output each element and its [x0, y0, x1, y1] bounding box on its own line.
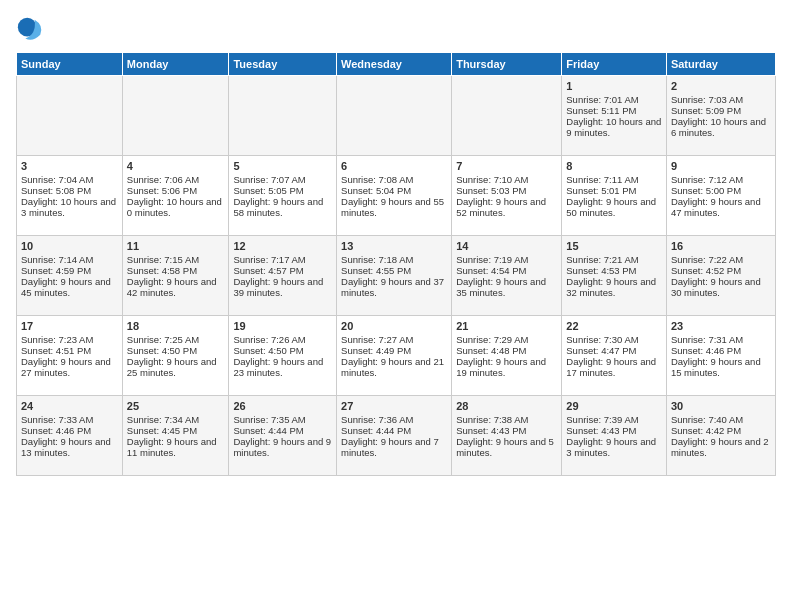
day-info: Daylight: 9 hours and 5 minutes. [456, 436, 557, 458]
day-info: Sunrise: 7:26 AM [233, 334, 332, 345]
day-number: 5 [233, 160, 332, 172]
calendar-cell: 30Sunrise: 7:40 AMSunset: 4:42 PMDayligh… [666, 396, 775, 476]
day-info: Daylight: 9 hours and 35 minutes. [456, 276, 557, 298]
day-info: Daylight: 9 hours and 30 minutes. [671, 276, 771, 298]
day-info: Daylight: 9 hours and 52 minutes. [456, 196, 557, 218]
day-number: 13 [341, 240, 447, 252]
day-info: Sunrise: 7:29 AM [456, 334, 557, 345]
day-info: Daylight: 9 hours and 17 minutes. [566, 356, 662, 378]
day-number: 10 [21, 240, 118, 252]
day-info: Daylight: 9 hours and 47 minutes. [671, 196, 771, 218]
day-info: Daylight: 9 hours and 15 minutes. [671, 356, 771, 378]
calendar-cell: 15Sunrise: 7:21 AMSunset: 4:53 PMDayligh… [562, 236, 667, 316]
calendar-cell: 9Sunrise: 7:12 AMSunset: 5:00 PMDaylight… [666, 156, 775, 236]
calendar-cell: 26Sunrise: 7:35 AMSunset: 4:44 PMDayligh… [229, 396, 337, 476]
day-info: Sunset: 4:58 PM [127, 265, 225, 276]
calendar-header-row: SundayMondayTuesdayWednesdayThursdayFrid… [17, 53, 776, 76]
day-info: Sunset: 4:45 PM [127, 425, 225, 436]
calendar-cell [337, 76, 452, 156]
day-info: Daylight: 10 hours and 3 minutes. [21, 196, 118, 218]
day-info: Daylight: 9 hours and 45 minutes. [21, 276, 118, 298]
day-info: Sunrise: 7:17 AM [233, 254, 332, 265]
calendar-cell: 13Sunrise: 7:18 AMSunset: 4:55 PMDayligh… [337, 236, 452, 316]
calendar-cell: 8Sunrise: 7:11 AMSunset: 5:01 PMDaylight… [562, 156, 667, 236]
calendar-cell: 7Sunrise: 7:10 AMSunset: 5:03 PMDaylight… [452, 156, 562, 236]
day-info: Daylight: 9 hours and 13 minutes. [21, 436, 118, 458]
day-info: Sunset: 4:49 PM [341, 345, 447, 356]
day-info: Sunrise: 7:40 AM [671, 414, 771, 425]
calendar-cell: 23Sunrise: 7:31 AMSunset: 4:46 PMDayligh… [666, 316, 775, 396]
day-number: 26 [233, 400, 332, 412]
col-header-thursday: Thursday [452, 53, 562, 76]
calendar-cell: 20Sunrise: 7:27 AMSunset: 4:49 PMDayligh… [337, 316, 452, 396]
day-info: Daylight: 9 hours and 19 minutes. [456, 356, 557, 378]
day-number: 29 [566, 400, 662, 412]
day-number: 14 [456, 240, 557, 252]
page-header [16, 16, 776, 44]
day-info: Sunset: 4:46 PM [21, 425, 118, 436]
calendar-cell [17, 76, 123, 156]
calendar-week-3: 10Sunrise: 7:14 AMSunset: 4:59 PMDayligh… [17, 236, 776, 316]
calendar-cell [229, 76, 337, 156]
day-info: Daylight: 9 hours and 32 minutes. [566, 276, 662, 298]
calendar-cell: 12Sunrise: 7:17 AMSunset: 4:57 PMDayligh… [229, 236, 337, 316]
day-info: Sunrise: 7:30 AM [566, 334, 662, 345]
calendar-cell: 28Sunrise: 7:38 AMSunset: 4:43 PMDayligh… [452, 396, 562, 476]
day-info: Sunrise: 7:14 AM [21, 254, 118, 265]
day-info: Sunset: 5:03 PM [456, 185, 557, 196]
day-info: Daylight: 9 hours and 27 minutes. [21, 356, 118, 378]
day-info: Sunset: 4:43 PM [566, 425, 662, 436]
day-number: 1 [566, 80, 662, 92]
calendar-table: SundayMondayTuesdayWednesdayThursdayFrid… [16, 52, 776, 476]
day-number: 21 [456, 320, 557, 332]
day-info: Sunrise: 7:12 AM [671, 174, 771, 185]
calendar-cell: 18Sunrise: 7:25 AMSunset: 4:50 PMDayligh… [122, 316, 229, 396]
day-info: Sunset: 5:09 PM [671, 105, 771, 116]
day-number: 27 [341, 400, 447, 412]
day-info: Sunset: 4:55 PM [341, 265, 447, 276]
day-number: 20 [341, 320, 447, 332]
calendar-cell: 24Sunrise: 7:33 AMSunset: 4:46 PMDayligh… [17, 396, 123, 476]
col-header-tuesday: Tuesday [229, 53, 337, 76]
col-header-monday: Monday [122, 53, 229, 76]
day-number: 28 [456, 400, 557, 412]
day-info: Sunrise: 7:34 AM [127, 414, 225, 425]
day-info: Sunrise: 7:15 AM [127, 254, 225, 265]
day-info: Sunset: 5:04 PM [341, 185, 447, 196]
calendar-cell: 6Sunrise: 7:08 AMSunset: 5:04 PMDaylight… [337, 156, 452, 236]
calendar-week-4: 17Sunrise: 7:23 AMSunset: 4:51 PMDayligh… [17, 316, 776, 396]
day-number: 3 [21, 160, 118, 172]
day-info: Sunset: 5:05 PM [233, 185, 332, 196]
day-info: Sunrise: 7:22 AM [671, 254, 771, 265]
calendar-cell: 11Sunrise: 7:15 AMSunset: 4:58 PMDayligh… [122, 236, 229, 316]
day-info: Daylight: 9 hours and 7 minutes. [341, 436, 447, 458]
day-info: Daylight: 9 hours and 25 minutes. [127, 356, 225, 378]
day-info: Daylight: 9 hours and 23 minutes. [233, 356, 332, 378]
day-number: 22 [566, 320, 662, 332]
day-info: Sunset: 5:01 PM [566, 185, 662, 196]
day-info: Sunrise: 7:04 AM [21, 174, 118, 185]
day-info: Sunset: 4:51 PM [21, 345, 118, 356]
calendar-cell: 4Sunrise: 7:06 AMSunset: 5:06 PMDaylight… [122, 156, 229, 236]
day-info: Sunrise: 7:18 AM [341, 254, 447, 265]
calendar-cell [122, 76, 229, 156]
calendar-cell: 1Sunrise: 7:01 AMSunset: 5:11 PMDaylight… [562, 76, 667, 156]
day-number: 16 [671, 240, 771, 252]
calendar-cell: 2Sunrise: 7:03 AMSunset: 5:09 PMDaylight… [666, 76, 775, 156]
day-info: Sunrise: 7:23 AM [21, 334, 118, 345]
calendar-cell: 27Sunrise: 7:36 AMSunset: 4:44 PMDayligh… [337, 396, 452, 476]
day-info: Sunrise: 7:36 AM [341, 414, 447, 425]
day-info: Daylight: 10 hours and 6 minutes. [671, 116, 771, 138]
day-info: Sunset: 5:08 PM [21, 185, 118, 196]
day-info: Sunset: 4:47 PM [566, 345, 662, 356]
calendar-cell: 25Sunrise: 7:34 AMSunset: 4:45 PMDayligh… [122, 396, 229, 476]
day-info: Daylight: 9 hours and 21 minutes. [341, 356, 447, 378]
day-number: 9 [671, 160, 771, 172]
day-info: Sunset: 4:48 PM [456, 345, 557, 356]
col-header-sunday: Sunday [17, 53, 123, 76]
calendar-cell: 14Sunrise: 7:19 AMSunset: 4:54 PMDayligh… [452, 236, 562, 316]
day-info: Sunset: 5:00 PM [671, 185, 771, 196]
calendar-cell: 3Sunrise: 7:04 AMSunset: 5:08 PMDaylight… [17, 156, 123, 236]
col-header-wednesday: Wednesday [337, 53, 452, 76]
calendar-cell: 29Sunrise: 7:39 AMSunset: 4:43 PMDayligh… [562, 396, 667, 476]
